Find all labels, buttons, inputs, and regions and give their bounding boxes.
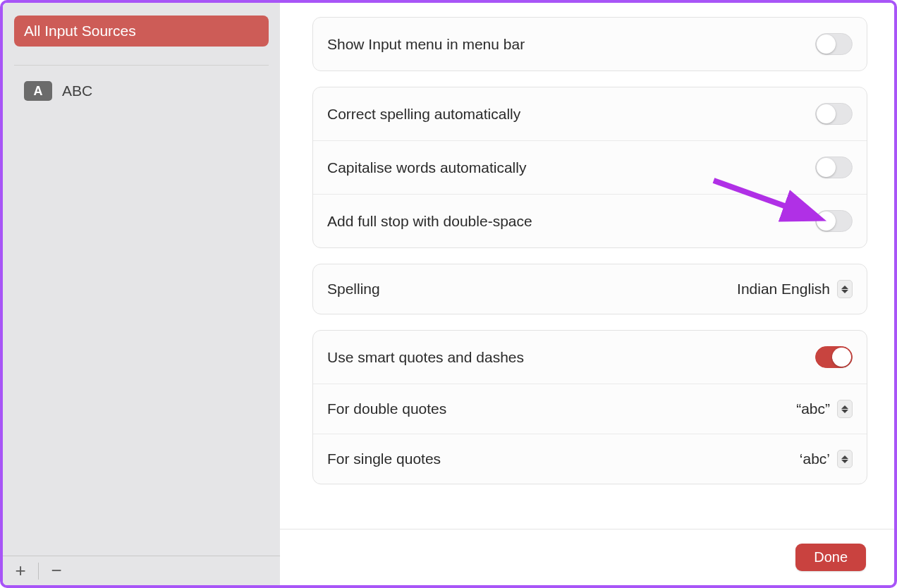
minus-icon: − bbox=[51, 560, 61, 582]
row-add-full-stop: Add full stop with double-space bbox=[313, 194, 867, 247]
toggle-show-input-menu[interactable] bbox=[815, 33, 853, 55]
row-single-quotes: For single quotes ‘abc’ bbox=[313, 434, 867, 484]
done-button[interactable]: Done bbox=[795, 544, 866, 571]
sidebar-divider bbox=[14, 65, 269, 66]
settings-scroll-area: Show Input menu in menu bar Correct spel… bbox=[280, 3, 894, 529]
toggle-smart-quotes[interactable] bbox=[815, 346, 853, 368]
sidebar-all-input-sources[interactable]: All Input Sources bbox=[14, 16, 269, 47]
remove-source-button[interactable]: − bbox=[39, 556, 74, 585]
toggle-capitalise-words[interactable] bbox=[815, 157, 853, 178]
sidebar-controls: + − bbox=[3, 556, 280, 585]
row-smart-quotes: Use smart quotes and dashes bbox=[313, 331, 867, 384]
row-label: Spelling bbox=[327, 281, 737, 298]
chevron-up-down-icon bbox=[837, 450, 853, 468]
toggle-knob bbox=[817, 212, 836, 231]
settings-group-autocorrect: Correct spelling automatically Capitalis… bbox=[312, 87, 867, 248]
row-show-input-menu: Show Input menu in menu bar bbox=[313, 18, 867, 71]
settings-group-quotes: Use smart quotes and dashes For double q… bbox=[312, 330, 867, 484]
chevron-up-down-icon bbox=[837, 280, 853, 298]
row-label: Correct spelling automatically bbox=[327, 106, 815, 123]
settings-group-input-menu: Show Input menu in menu bar bbox=[312, 17, 867, 71]
footer: Done bbox=[280, 529, 894, 585]
dropdown-double-quotes[interactable]: “abc” bbox=[796, 400, 853, 418]
sidebar-top: All Input Sources A ABC bbox=[3, 3, 280, 556]
toggle-knob bbox=[817, 35, 836, 54]
dropdown-single-quotes[interactable]: ‘abc’ bbox=[800, 450, 853, 468]
dropdown-value-text: “abc” bbox=[796, 400, 830, 417]
row-spelling: Spelling Indian English bbox=[313, 264, 867, 314]
row-label: Add full stop with double-space bbox=[327, 213, 815, 230]
sidebar: All Input Sources A ABC + − bbox=[3, 3, 280, 585]
main-content: Show Input menu in menu bar Correct spel… bbox=[280, 3, 894, 585]
add-source-button[interactable]: + bbox=[3, 556, 38, 585]
dropdown-value-text: ‘abc’ bbox=[800, 451, 830, 467]
row-label: Use smart quotes and dashes bbox=[327, 349, 815, 366]
sidebar-item-label: ABC bbox=[62, 82, 92, 99]
plus-icon: + bbox=[15, 560, 25, 582]
dropdown-spelling[interactable]: Indian English bbox=[737, 280, 853, 298]
sidebar-item-abc[interactable]: A ABC bbox=[14, 78, 269, 104]
row-label: Show Input menu in menu bar bbox=[327, 36, 815, 53]
row-label: For double quotes bbox=[327, 400, 796, 417]
row-correct-spelling: Correct spelling automatically bbox=[313, 87, 867, 140]
toggle-knob bbox=[817, 158, 836, 177]
keyboard-a-icon: A bbox=[24, 81, 52, 101]
toggle-correct-spelling[interactable] bbox=[815, 103, 853, 125]
row-capitalise-words: Capitalise words automatically bbox=[313, 140, 867, 194]
dropdown-value-text: Indian English bbox=[737, 281, 830, 298]
toggle-knob bbox=[832, 348, 851, 367]
settings-group-spelling: Spelling Indian English bbox=[312, 264, 867, 314]
chevron-up-down-icon bbox=[837, 400, 853, 418]
row-label: For single quotes bbox=[327, 451, 800, 467]
row-label: Capitalise words automatically bbox=[327, 159, 815, 176]
toggle-add-full-stop[interactable] bbox=[815, 210, 853, 232]
toggle-knob bbox=[817, 104, 836, 123]
row-double-quotes: For double quotes “abc” bbox=[313, 384, 867, 434]
